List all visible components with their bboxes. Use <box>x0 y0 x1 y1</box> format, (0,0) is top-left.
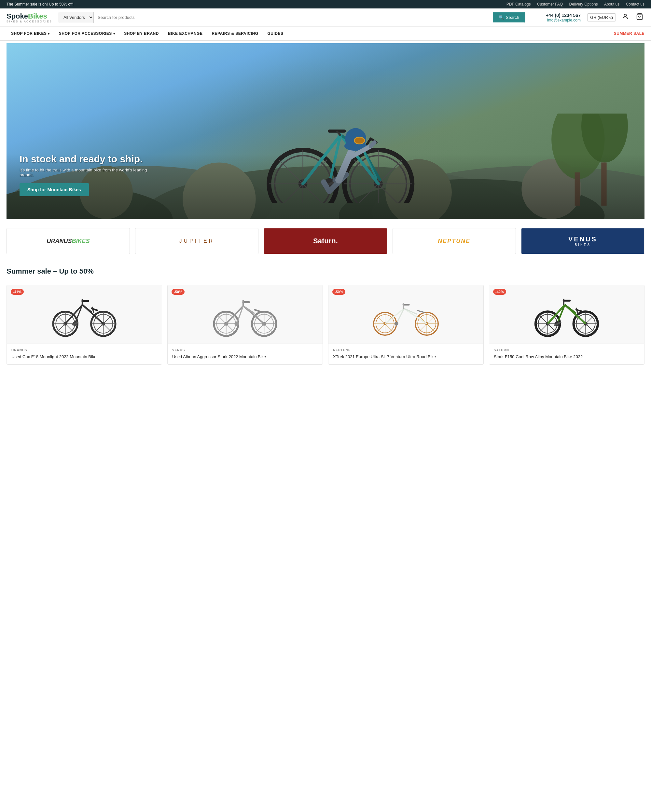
logo-spoke: Spoke <box>6 12 28 20</box>
customer-faq-link[interactable]: Customer FAQ <box>537 2 563 6</box>
product-card-2[interactable]: -50% <box>167 285 323 365</box>
summer-sale-title: Summer sale – Up to 50% <box>6 267 645 276</box>
delivery-options-link[interactable]: Delivery Options <box>569 2 598 6</box>
product-badge-4: -42% <box>493 289 506 295</box>
brand-venus[interactable]: VENUS BIKES <box>521 228 645 254</box>
svg-point-98 <box>234 321 239 326</box>
bike-image-1 <box>13 292 155 337</box>
brand-jupiter-text: JUPITER <box>179 238 214 244</box>
header: SpokeBikes BIKES & ACCESSORIES All Vendo… <box>0 8 651 27</box>
product-image-area-3 <box>329 285 483 343</box>
product-info-3: NEPTUNE XTrek 2021 Europe Ultra SL 7 Ven… <box>329 343 483 364</box>
product-image-area-2 <box>168 285 322 343</box>
svg-point-52 <box>355 137 364 144</box>
nav-bar: Shop for Bikes ▾ Shop for Accessories ▾ … <box>0 27 651 41</box>
contact-email: info@example.com <box>532 18 581 23</box>
hero-content: In stock and ready to ship. It's time to… <box>20 153 150 196</box>
svg-line-70 <box>75 305 83 324</box>
nav-shop-by-brand[interactable]: Shop by Brand <box>119 27 164 40</box>
product-name-4: Stark F150 Cool Raw Alloy Mountain Bike … <box>494 354 640 360</box>
svg-line-119 <box>417 310 424 312</box>
top-bar-links: PDF Catalogs Customer FAQ Delivery Optio… <box>501 2 645 6</box>
product-info-4: SATURN Stark F150 Cool Raw Alloy Mountai… <box>489 343 644 364</box>
nav-left: Shop for Bikes ▾ Shop for Accessories ▾ … <box>6 27 288 40</box>
product-vendor-2: VENUS <box>172 348 318 352</box>
product-name-1: Used Cox F18 Moonlight 2022 Mountain Bik… <box>11 354 157 360</box>
header-icons: GR (EUR €) <box>587 12 645 23</box>
nav-summer-sale[interactable]: Summer Sale <box>614 27 645 40</box>
summer-sale-section: Summer sale – Up to 50% <box>0 261 651 285</box>
logo[interactable]: SpokeBikes BIKES & ACCESSORIES <box>6 12 52 23</box>
brand-uranus[interactable]: URANUSBIKES <box>6 228 130 254</box>
bike-image-2 <box>174 292 316 337</box>
brand-saturn[interactable]: Saturn. <box>264 228 387 254</box>
nav-shop-bikes[interactable]: Shop for Bikes ▾ <box>6 27 54 40</box>
svg-line-69 <box>83 305 92 312</box>
svg-line-50 <box>371 142 374 147</box>
nav-guides[interactable]: Guides <box>263 27 288 40</box>
svg-point-120 <box>394 322 399 326</box>
announcement-text: The Summer sale is on! Up to 50% off! <box>6 2 73 6</box>
nav-repairs-servicing[interactable]: Repairs & Servicing <box>207 27 263 40</box>
brand-neptune[interactable]: NEPTUNE <box>393 228 516 254</box>
search-bar: All Vendors 🔍 Search <box>59 12 525 23</box>
product-vendor-3: NEPTUNE <box>333 348 479 352</box>
top-bar: The Summer sale is on! Up to 50% off! PD… <box>0 0 651 8</box>
logo-bikes: Bikes <box>28 12 47 20</box>
product-card-3[interactable]: -50% <box>328 285 484 365</box>
product-badge-2: -50% <box>171 289 185 295</box>
product-info-2: VENUS Used Albeon Aggressor Stark 2022 M… <box>168 343 322 364</box>
contact-us-link[interactable]: Contact us <box>626 2 645 6</box>
search-button[interactable]: 🔍 Search <box>493 12 525 23</box>
product-vendor-1: URANUS <box>11 348 157 352</box>
product-badge-1: -41% <box>11 289 24 295</box>
logo-sub: BIKES & ACCESSORIES <box>6 20 52 23</box>
product-card-1[interactable]: -41% <box>6 285 162 365</box>
nav-shop-accessories[interactable]: Shop for Accessories ▾ <box>54 27 119 40</box>
cart-icon[interactable] <box>635 12 645 23</box>
bike-image-4 <box>496 292 638 337</box>
product-badge-3: -50% <box>332 289 345 295</box>
product-info-1: URANUS Used Cox F18 Moonlight 2022 Mount… <box>7 343 162 364</box>
brands-section: URANUSBIKES JUPITER Saturn. NEPTUNE VENU… <box>0 221 651 261</box>
products-grid: -41% <box>0 285 651 378</box>
pdf-catalogs-link[interactable]: PDF Catalogs <box>506 2 531 6</box>
account-icon[interactable] <box>620 12 630 23</box>
brand-neptune-text: NEPTUNE <box>438 238 470 245</box>
product-name-3: XTrek 2021 Europe Ultra SL 7 Ventura Ult… <box>333 354 479 360</box>
hero-cta-button[interactable]: Shop for Mountain Bikes <box>20 183 89 196</box>
about-us-link[interactable]: About us <box>604 2 619 6</box>
svg-line-113 <box>385 309 404 324</box>
brand-saturn-text: Saturn. <box>313 237 338 245</box>
hero-title: In stock and ready to ship. <box>20 153 150 165</box>
brand-jupiter[interactable]: JUPITER <box>135 228 258 254</box>
product-name-2: Used Albeon Aggressor Stark 2022 Mountai… <box>172 354 318 360</box>
logo-text: SpokeBikes <box>6 12 52 20</box>
contact-info: +44 (0) 1234 567 info@example.com <box>532 13 581 23</box>
search-input[interactable] <box>94 12 493 23</box>
product-image-area-4 <box>489 285 644 343</box>
chevron-down-icon: ▾ <box>48 32 50 35</box>
brand-uranus-text: URANUSBIKES <box>47 238 90 245</box>
product-image-area-1 <box>7 285 162 343</box>
hero-banner: In stock and ready to ship. It's time to… <box>6 43 645 219</box>
svg-point-0 <box>624 14 626 17</box>
bike-image-3 <box>335 292 477 337</box>
hero-subtitle: It's time to hit the trails with a mount… <box>20 168 150 177</box>
nav-bike-exchange[interactable]: Bike Exchange <box>164 27 207 40</box>
currency-selector[interactable]: GR (EUR €) <box>587 13 616 21</box>
svg-line-137 <box>565 305 576 314</box>
brand-venus-text: VENUS BIKES <box>568 235 597 247</box>
svg-line-93 <box>243 306 255 313</box>
product-card-4[interactable]: -42% <box>489 285 645 365</box>
contact-phone: +44 (0) 1234 567 <box>532 13 581 18</box>
search-icon: 🔍 <box>499 15 504 20</box>
svg-line-97 <box>255 310 260 312</box>
vendor-select[interactable]: All Vendors <box>59 12 94 23</box>
chevron-down-icon: ▾ <box>113 32 115 35</box>
product-vendor-4: SATURN <box>494 348 640 352</box>
